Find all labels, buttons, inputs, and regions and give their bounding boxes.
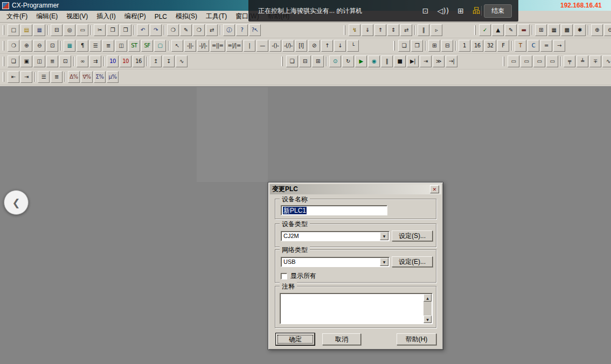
holding-memory-icon[interactable]: ▭ xyxy=(533,55,545,67)
continuous-step-icon[interactable]: ≫ xyxy=(433,55,445,67)
instruction-box-icon[interactable]: [I] xyxy=(295,40,307,52)
address-reference-icon[interactable]: ⇉ xyxy=(89,55,101,67)
menu-item-2[interactable]: 编辑(E) xyxy=(32,11,62,22)
scroll-up-icon[interactable]: ▲ xyxy=(423,294,432,302)
previous-reference-icon[interactable]: ↥ xyxy=(150,55,162,67)
show-all-checkbox[interactable] xyxy=(281,273,287,279)
io-memory-icon[interactable]: ▭ xyxy=(508,55,519,67)
magnify-icon[interactable]: ❍ xyxy=(8,40,19,52)
monitor-resume-icon[interactable]: ▹ xyxy=(431,24,442,36)
previous-rung-icon[interactable]: ⇤ xyxy=(8,71,19,83)
window-list-icon[interactable]: ≣ xyxy=(46,55,58,67)
scroll-down-icon[interactable]: ▼ xyxy=(423,316,432,323)
online-simulator-icon[interactable]: ⊙ xyxy=(329,55,341,67)
network-type-settings-button[interactable]: 设定(E)... xyxy=(392,256,433,267)
bit-type-icon[interactable]: 1 xyxy=(459,40,470,52)
help-button[interactable]: 帮助(H) xyxy=(397,333,436,345)
inverse-icon[interactable]: ⊘ xyxy=(308,40,320,52)
fullscreen-icon[interactable]: ⊡ xyxy=(422,6,429,15)
monitor-screen-icon[interactable]: ▢ xyxy=(154,40,166,52)
download-to-plc-icon[interactable]: ⇓ xyxy=(362,24,373,36)
windows-grid-icon[interactable]: ⊞ xyxy=(457,6,464,15)
properties-icon[interactable]: ⊡ xyxy=(59,55,71,67)
comment-list-icon[interactable]: ☰ xyxy=(38,71,50,83)
cycle-time-monitor-icon[interactable]: ∇% xyxy=(81,71,93,83)
toolbar-grip[interactable] xyxy=(393,41,395,51)
online-edit-icon[interactable]: ✎ xyxy=(505,24,517,36)
differential-monitor-icon[interactable]: Δ% xyxy=(68,71,80,83)
app-icon[interactable] xyxy=(2,2,9,9)
comment-scrollbar[interactable]: ▲ ▼ xyxy=(423,294,432,323)
step-over-icon[interactable]: ⇥ xyxy=(420,55,432,67)
stop-icon[interactable]: ■ xyxy=(394,55,406,67)
horizontal-line-icon[interactable]: — xyxy=(256,40,268,52)
monitor-mode-icon[interactable]: ◉ xyxy=(368,55,380,67)
dword-type-icon[interactable]: 32 xyxy=(484,40,496,52)
occupancy-monitor-icon[interactable]: Σ% xyxy=(94,71,106,83)
network-type-select[interactable]: USB ▼ xyxy=(281,257,390,267)
memory-view-icon[interactable]: ▦ xyxy=(548,24,560,36)
cancel-button[interactable]: 取消 xyxy=(322,333,361,345)
new-window-icon[interactable]: ❏ xyxy=(8,55,19,67)
network-quality-icon[interactable]: 品 xyxy=(473,6,480,16)
rising-edge-icon[interactable]: ↑ xyxy=(321,40,333,52)
toolbar-grip[interactable] xyxy=(474,25,476,35)
plc-settings-icon[interactable]: ✱ xyxy=(574,24,586,36)
force-status-icon[interactable]: ▬ xyxy=(518,24,530,36)
watch-window-icon[interactable]: ⊞ xyxy=(535,24,547,36)
monitor-signed-icon[interactable]: 10 xyxy=(120,55,131,67)
device-type-settings-button[interactable]: 设定(S)... xyxy=(392,230,433,241)
zoom-in-icon[interactable]: ⊕ xyxy=(20,40,32,52)
insert-rung-icon[interactable]: ⊞ xyxy=(428,40,440,52)
data-trace-icon[interactable]: ∿ xyxy=(176,55,188,67)
device-type-select[interactable]: CJ2M ▼ xyxy=(281,231,390,241)
monitor-pause-icon[interactable]: ‖ xyxy=(418,24,429,36)
zoom-out-icon[interactable]: ⊖ xyxy=(604,24,611,36)
falling-edge-icon[interactable]: ↓ xyxy=(334,40,346,52)
contact-open-icon[interactable]: -||- xyxy=(184,40,196,52)
device-name-input[interactable]: 新PLC1 xyxy=(281,205,387,215)
cut-icon[interactable]: ✂ xyxy=(94,24,106,36)
redo-icon[interactable]: ↷ xyxy=(150,24,162,36)
select-mode-icon[interactable]: ↖ xyxy=(171,40,183,52)
sfc-editor-icon[interactable]: SF xyxy=(141,40,153,52)
monitor-decimal-icon[interactable]: 10 xyxy=(107,55,119,67)
toolbar-grip[interactable] xyxy=(3,25,4,35)
context-help-icon[interactable]: ?↖ xyxy=(249,24,261,36)
line-connect-icon[interactable]: └ xyxy=(347,40,359,52)
dialog-titlebar[interactable]: 变更PLC ✕ xyxy=(270,184,441,194)
comment-textarea[interactable]: ▲ ▼ xyxy=(280,293,433,324)
replace-icon[interactable]: ✎ xyxy=(180,24,192,36)
mnemonic-view-icon[interactable]: ❐ xyxy=(411,40,423,52)
vertical-line-icon[interactable]: | xyxy=(244,40,255,52)
upload-from-plc-icon[interactable]: ⇑ xyxy=(374,24,386,36)
run-icon[interactable]: ▶ xyxy=(355,55,367,67)
next-reference-icon[interactable]: ↧ xyxy=(163,55,175,67)
compile-icon[interactable]: ▲ xyxy=(492,24,504,36)
force-off-icon[interactable]: ╧ xyxy=(577,55,588,67)
find-icon[interactable]: ❍ xyxy=(167,24,179,36)
fit-view-icon[interactable]: ⊡ xyxy=(46,40,58,52)
save-icon[interactable]: ▦ xyxy=(33,24,45,36)
cross-reference-icon[interactable]: ⇄ xyxy=(206,24,218,36)
menu-item-1[interactable]: 文件(F) xyxy=(2,11,32,22)
link-view-icon[interactable]: ∞ xyxy=(77,55,88,67)
next-rung-icon[interactable]: ⇥ xyxy=(20,71,32,83)
comment-value[interactable] xyxy=(281,294,423,323)
speaker-icon[interactable]: ◁)) xyxy=(438,6,449,15)
toolbar-grip[interactable] xyxy=(281,57,283,66)
data-memory-icon[interactable]: ▭ xyxy=(520,55,532,67)
menu-item-7[interactable]: 模拟(S) xyxy=(171,11,202,22)
back-button[interactable]: ❮ xyxy=(4,190,29,215)
chevron-down-icon[interactable]: ▼ xyxy=(380,232,388,240)
end-session-button[interactable]: 结束 xyxy=(484,4,512,18)
extended-memory-icon[interactable]: ▭ xyxy=(546,55,558,67)
program-check-icon[interactable]: ✓ xyxy=(479,24,491,36)
delete-rung-icon[interactable]: ⊟ xyxy=(441,40,453,52)
symbol-table-icon[interactable]: ☰ xyxy=(89,40,101,52)
print-preview-icon[interactable]: ◎ xyxy=(64,24,75,36)
toolbar-grip[interactable] xyxy=(3,57,4,66)
paste-icon[interactable]: ❒ xyxy=(120,24,131,36)
menu-item-6[interactable]: PLC xyxy=(150,12,171,22)
close-icon[interactable]: ✕ xyxy=(430,185,439,193)
